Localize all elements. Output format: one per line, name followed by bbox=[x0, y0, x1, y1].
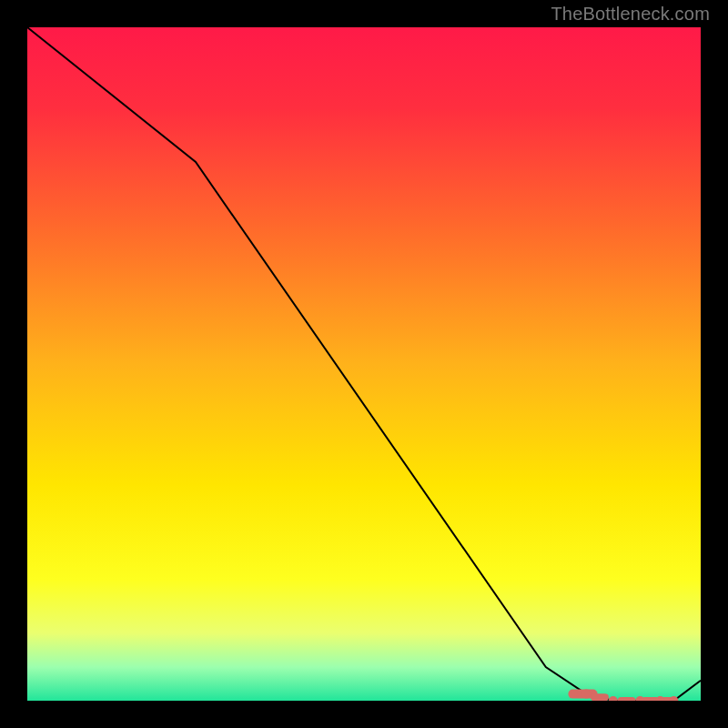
gradient-background bbox=[27, 27, 701, 701]
marker-dot bbox=[581, 690, 591, 699]
chart-frame: TheBottleneck.com bbox=[0, 0, 728, 728]
watermark-text: TheBottleneck.com bbox=[551, 4, 710, 25]
chart-svg bbox=[27, 27, 701, 701]
plot-area bbox=[27, 27, 701, 701]
